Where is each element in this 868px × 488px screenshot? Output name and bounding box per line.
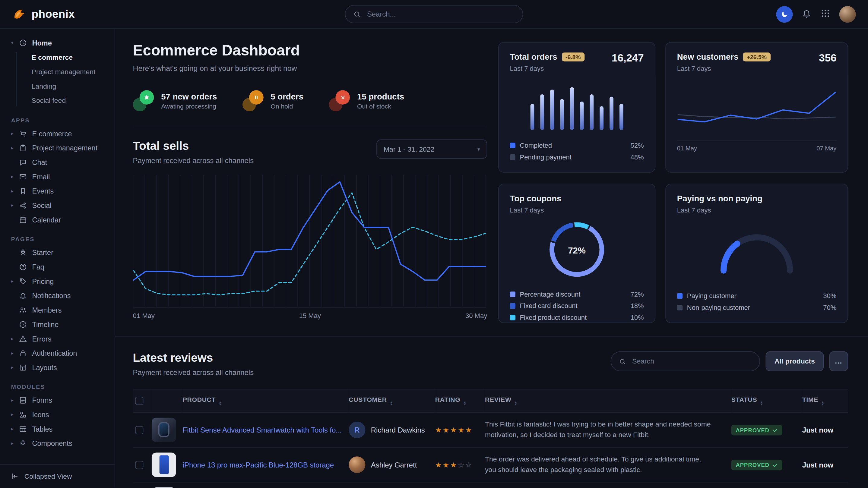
reviews-search	[611, 352, 760, 371]
sort-icon: ▲▼	[821, 401, 825, 406]
nav-section-label-modules: MODULES	[11, 383, 115, 390]
sidebar-subitem-landing[interactable]: Landing	[0, 79, 115, 93]
sidebar-item-ecommerce-app[interactable]: ▸ E commerce	[0, 126, 115, 140]
sidebar-item-errors[interactable]: ▸ Errors	[0, 331, 115, 346]
card-title: Top coupons	[510, 194, 561, 203]
legend-row: Non-paying customer 70%	[677, 301, 837, 313]
caret-right-icon: ▸	[11, 188, 19, 194]
all-products-button[interactable]: All products	[766, 352, 824, 371]
row-checkbox[interactable]	[135, 461, 144, 469]
sidebar-item-label: Errors	[32, 334, 110, 343]
collapse-label: Collapsed View	[25, 473, 72, 481]
sidebar-item-components[interactable]: ▸ Components	[0, 436, 115, 450]
chevron-down-icon: ▾	[11, 40, 19, 45]
reviews-search-input[interactable]	[631, 357, 752, 366]
column-header-review[interactable]: REVIEW▲▼	[485, 389, 732, 412]
column-header-status[interactable]: STATUS▲▼	[732, 389, 802, 412]
sidebar-nav: ▾ Home E commerce Project management Lan…	[0, 35, 115, 464]
legend-row: Completed 52%	[510, 139, 644, 151]
sidebar-item-members[interactable]: Members	[0, 303, 115, 317]
sort-icon: ▲▼	[390, 401, 393, 406]
brand-logo[interactable]: phoenix	[12, 7, 75, 22]
main-content: Ecommerce Dashboard Here's what's going …	[115, 29, 868, 488]
tag-icon	[19, 277, 27, 286]
date-range-select[interactable]: Mar 1 - 31, 2022 ▾	[376, 139, 487, 159]
column-header-product[interactable]: PRODUCT▲▼	[183, 389, 349, 412]
sidebar-item-icons[interactable]: ▸ Icons	[0, 407, 115, 422]
sidebar-item-forms[interactable]: ▸ Forms	[0, 393, 115, 407]
legend-row: Pending payment 48%	[510, 151, 644, 163]
more-options-button[interactable]: ...	[829, 352, 848, 371]
sort-icon: ▲▼	[463, 401, 467, 406]
reviews-table: PRODUCT▲▼ CUSTOMER▲▼ RATING▲▼ REVIEW▲▼ S	[133, 389, 848, 488]
sidebar: ▾ Home E commerce Project management Lan…	[0, 29, 115, 488]
sidebar-item-label: Home	[32, 39, 110, 47]
sidebar-subitem-social-feed[interactable]: Social feed	[0, 93, 115, 108]
sidebar-item-social[interactable]: ▸ Social	[0, 198, 115, 213]
search-icon	[619, 358, 626, 365]
column-header-customer[interactable]: CUSTOMER▲▼	[349, 389, 435, 412]
caret-right-icon: ▸	[11, 131, 19, 136]
total-sells-chart	[133, 174, 487, 307]
product-thumbnail	[152, 418, 176, 442]
stat-out-of-stock: 15 products Out of stock	[329, 90, 404, 111]
total-sells-title: Total sells	[133, 139, 254, 153]
column-header-rating[interactable]: RATING▲▼	[435, 389, 485, 412]
sidebar-item-chat[interactable]: Chat	[0, 155, 115, 169]
product-link[interactable]: Fitbit Sense Advanced Smartwatch with To…	[183, 426, 342, 434]
global-search-input[interactable]	[366, 9, 515, 19]
collapsed-view-button[interactable]: Collapsed View	[0, 464, 115, 488]
caret-right-icon: ▸	[11, 278, 19, 284]
share-icon	[19, 201, 27, 209]
sidebar-item-pricing[interactable]: ▸ Pricing	[0, 274, 115, 289]
sidebar-item-layouts[interactable]: ▸ Layouts	[0, 360, 115, 375]
latest-reviews-title: Latest reviews	[133, 352, 254, 365]
stat-title: 57 new orders	[161, 92, 217, 101]
total-sells-x-axis: 01 May 15 May 30 May	[133, 312, 487, 320]
page-subtitle: Here's what's going on at your business …	[133, 64, 487, 73]
customer-name: Ashley Garrett	[371, 461, 417, 469]
app-window: phoenix ▾ Home E	[0, 0, 868, 488]
notifications-button[interactable]	[802, 8, 812, 20]
caret-right-icon: ▸	[11, 412, 19, 417]
calendar-icon	[19, 216, 27, 224]
sidebar-item-email[interactable]: ▸ Email	[0, 169, 115, 184]
paying-gauge-chart	[677, 221, 837, 276]
x-icon	[340, 94, 346, 100]
sidebar-item-starter[interactable]: Starter	[0, 245, 115, 260]
user-avatar[interactable]	[839, 6, 856, 22]
topbar-search	[345, 5, 523, 24]
apps-grid-button[interactable]	[820, 8, 830, 20]
card-title: Paying vs non paying	[677, 194, 763, 203]
select-all-checkbox[interactable]	[135, 397, 144, 405]
topbar-actions	[776, 6, 856, 22]
sidebar-subitem-project-management[interactable]: Project management	[0, 65, 115, 79]
date-range-value: Mar 1 - 31, 2022	[384, 145, 434, 153]
theme-toggle-button[interactable]	[776, 6, 793, 22]
latest-reviews-section: Latest reviews Payment received across a…	[133, 337, 848, 488]
phoenix-logo-icon	[12, 7, 27, 22]
product-link[interactable]: iPhone 13 pro max-Pacific Blue-128GB sto…	[183, 461, 334, 469]
row-checkbox[interactable]	[135, 426, 144, 434]
new-customers-card: New customers +26.5% Last 7 days 356 01 …	[665, 42, 848, 172]
sidebar-item-label: Timeline	[32, 320, 110, 329]
sidebar-item-authentication[interactable]: ▸ Authentication	[0, 346, 115, 360]
bell-icon	[19, 291, 27, 300]
sidebar-item-tables[interactable]: ▸ Tables	[0, 422, 115, 436]
bookmark-icon	[19, 187, 27, 195]
star-icon	[143, 94, 150, 101]
sidebar-item-notifications[interactable]: Notifications	[0, 288, 115, 303]
avatar	[349, 456, 365, 473]
sidebar-item-faq[interactable]: Faq	[0, 260, 115, 274]
legend-row: Percentage discount 72%	[510, 288, 644, 300]
sidebar-item-home[interactable]: ▾ Home	[0, 35, 115, 50]
sidebar-item-events[interactable]: ▸ Events	[0, 184, 115, 198]
sidebar-subitem-ecommerce[interactable]: E commerce	[0, 50, 115, 65]
table-header-row: PRODUCT▲▼ CUSTOMER▲▼ RATING▲▼ REVIEW▲▼ S	[133, 389, 848, 412]
sidebar-item-project-management-app[interactable]: ▸ Project management	[0, 140, 115, 155]
stat-subtitle: Out of stock	[357, 103, 404, 109]
sidebar-item-calendar[interactable]: Calendar	[0, 213, 115, 227]
sidebar-item-label: Authentication	[32, 349, 110, 357]
sidebar-item-timeline[interactable]: Timeline	[0, 317, 115, 331]
column-header-time[interactable]: TIME▲▼	[802, 389, 848, 412]
